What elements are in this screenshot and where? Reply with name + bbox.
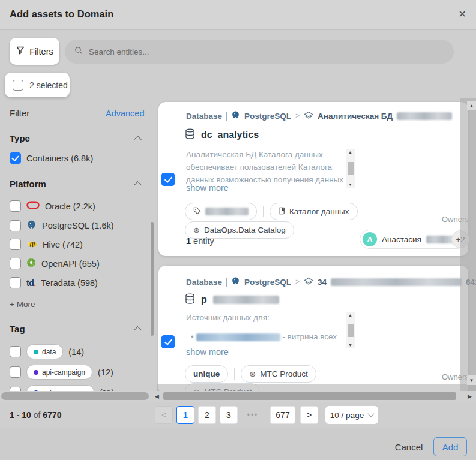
containers-checkbox[interactable] — [10, 152, 21, 164]
postgresql-icon — [26, 220, 37, 231]
filter-item-containers: Containers (6.8k) — [10, 152, 93, 164]
description-scrollbar[interactable]: ▲ ▼ — [346, 149, 355, 188]
openapi-icon — [26, 258, 36, 269]
redacted-link[interactable] — [196, 333, 280, 341]
redacted-text — [205, 208, 249, 215]
scroll-thumb[interactable] — [348, 324, 354, 337]
show-more-link[interactable]: show more — [186, 183, 229, 193]
product-chip[interactable]: ⊛MTC Product — [241, 365, 316, 383]
sidebar-horizontal-scrollbar[interactable] — [1, 392, 149, 400]
layers-icon — [304, 277, 313, 287]
show-more-link[interactable]: show more — [186, 347, 229, 357]
tag-name: data — [42, 348, 56, 356]
scroll-down-icon[interactable]: ▼ — [348, 343, 352, 348]
selected-count-chip[interactable]: 2 selected — [5, 73, 70, 97]
tag-chip-row: unique ⊛MTC Product — [185, 365, 316, 383]
database-icon — [185, 293, 195, 306]
platform-title: Platform — [10, 179, 46, 189]
asset-checkbox[interactable] — [161, 173, 175, 186]
entity-name[interactable]: p — [185, 293, 279, 306]
entity-description: Аналитическая БД Каталога данных обеспеч… — [186, 148, 346, 186]
filter-item-tag-data: data (14) — [10, 344, 84, 359]
chip-label: DataOps.Data Catalog — [204, 226, 286, 234]
platform-label[interactable]: PostgreSQL — [244, 112, 291, 121]
section-header-platform[interactable]: Platform — [10, 179, 140, 189]
page-button-last[interactable]: 677 — [270, 406, 295, 424]
redacted-tag-chip[interactable] — [185, 203, 257, 220]
unique-chip[interactable]: unique — [185, 365, 228, 383]
parent-db-label[interactable]: Аналитическая БД — [318, 112, 393, 121]
page-button-1[interactable]: 1 — [176, 406, 194, 424]
horizontal-scrollbar-row: ◀ ▶ — [0, 391, 476, 402]
filter-panel-title: Filter — [10, 108, 29, 118]
bullet-dot: • — [191, 332, 194, 341]
entity-count: 1 entity — [186, 236, 214, 246]
hive-icon — [26, 239, 37, 250]
oracle-checkbox[interactable] — [10, 200, 21, 212]
glossary-chip[interactable]: Каталог данных — [270, 203, 358, 220]
advanced-filter-link[interactable]: Advanced — [106, 109, 145, 118]
tag-api-campaign-checkbox[interactable] — [10, 366, 21, 378]
asset-type-label[interactable]: Database — [186, 278, 222, 287]
filters-button[interactable]: Filters — [10, 38, 59, 65]
platform-more-link[interactable]: + More — [10, 300, 35, 309]
list-scroll-up-button[interactable]: ▲ — [467, 101, 476, 110]
section-header-tag[interactable]: Tag — [10, 324, 140, 334]
scroll-up-icon[interactable]: ▲ — [348, 150, 352, 155]
modal-title: Add assets to Domain — [10, 8, 113, 20]
page-ellipsis[interactable]: ••• — [241, 406, 264, 424]
tag-icon — [193, 207, 201, 217]
search-icon — [74, 46, 83, 57]
parent-db-label[interactable]: 34 — [318, 278, 327, 287]
entity-description-intro: Источник данных для: — [186, 311, 270, 324]
scroll-thumb[interactable] — [348, 162, 354, 175]
bookmark-icon — [278, 207, 285, 217]
tag-count: (12) — [98, 368, 113, 377]
list-scroll-down-button[interactable]: ▼ — [467, 375, 476, 385]
filter-item-oracle: Oracle (2.2k) — [10, 200, 95, 212]
sidebar-vertical-scrollbar[interactable] — [151, 222, 154, 336]
cancel-button[interactable]: Cancel — [389, 437, 429, 456]
search-bar — [65, 40, 454, 64]
database-icon — [185, 128, 195, 142]
description-scrollbar[interactable]: ▲ ▼ — [346, 312, 355, 348]
scroll-down-icon[interactable]: ▼ — [348, 182, 352, 187]
teradata-label: Teradata (598) — [41, 278, 98, 288]
modal-footer: Cancel Add — [0, 428, 476, 460]
next-page-button[interactable]: > — [300, 406, 318, 424]
list-horizontal-scrollbar[interactable] — [163, 392, 456, 400]
add-button[interactable]: Add — [433, 437, 467, 456]
entity-name-text: dc_analytics — [201, 130, 259, 140]
search-input[interactable] — [88, 47, 444, 57]
filters-label: Filters — [29, 47, 53, 56]
postgresql-label: PostgreSQL (1.6k) — [42, 221, 114, 230]
list-scroll-left-icon[interactable]: ◀ — [155, 393, 159, 399]
asset-type-label[interactable]: Database — [186, 112, 222, 121]
hive-checkbox[interactable] — [10, 239, 21, 250]
prev-page-button[interactable]: < — [155, 406, 173, 424]
hive-label: Hive (742) — [43, 240, 83, 249]
scroll-up-icon[interactable]: ▲ — [348, 313, 352, 318]
add-assets-modal: Add assets to Domain ✕ Filters 2 selecte… — [0, 0, 476, 460]
teradata-checkbox[interactable] — [10, 277, 21, 288]
tag-data-checkbox[interactable] — [10, 346, 21, 357]
filter-item-postgresql: PostgreSQL (1.6k) — [10, 220, 114, 231]
asset-checkbox[interactable] — [161, 335, 175, 348]
entity-name[interactable]: dc_analytics — [185, 128, 259, 142]
list-scroll-right-icon[interactable]: ▶ — [468, 393, 472, 399]
page-size-select[interactable]: 10 / page — [325, 406, 378, 424]
tag-chip: api-campaign — [26, 365, 92, 380]
oracle-icon — [26, 201, 40, 211]
asset-card-2: Database PostgreSQL > 34 641 p Источник … — [158, 266, 468, 395]
owner-name: Анастасия — [382, 235, 421, 244]
containers-label: Containers (6.8k) — [26, 154, 93, 163]
platform-label[interactable]: PostgreSQL — [244, 278, 291, 287]
close-icon[interactable]: ✕ — [459, 8, 466, 20]
select-all-checkbox[interactable] — [13, 80, 23, 91]
section-header-type[interactable]: Type — [10, 133, 140, 143]
page-button-2[interactable]: 2 — [198, 406, 216, 424]
page-button-3[interactable]: 3 — [220, 406, 238, 424]
openapi-checkbox[interactable] — [10, 258, 21, 269]
type-title: Type — [10, 133, 30, 143]
postgresql-checkbox[interactable] — [10, 220, 21, 231]
